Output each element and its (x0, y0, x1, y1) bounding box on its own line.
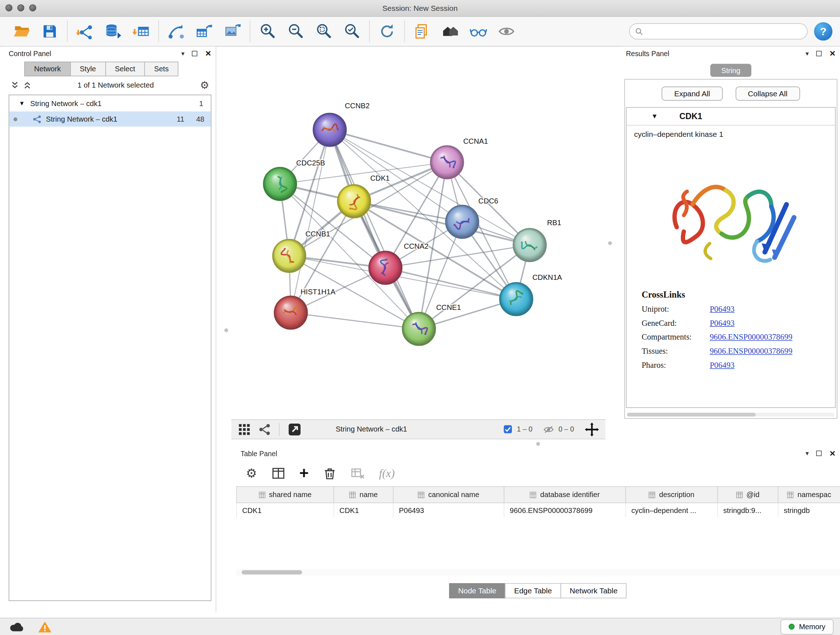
duplicate-page-button[interactable] (408, 19, 436, 43)
network-edge[interactable] (291, 130, 330, 313)
cloud-status-button[interactable] (6, 620, 27, 634)
collapse-all-button[interactable]: Collapse All (736, 87, 800, 101)
zoom-selected-button[interactable] (338, 19, 366, 43)
network-canvas[interactable]: CCNB2CCNA1CDC25BCDK1CDC6RB1CCNB1CCNA2CDK… (232, 48, 606, 419)
zoom-selected-icon (343, 22, 361, 41)
panel-close-icon[interactable]: ✕ (205, 49, 212, 58)
column-header-database-identifier[interactable]: database identifier (504, 486, 625, 503)
expand-all-icon[interactable] (11, 81, 19, 89)
panel-float-icon[interactable] (192, 51, 197, 56)
open-session-button[interactable] (8, 19, 36, 43)
network-row-selected[interactable]: String Network – cdk1 11 48 (9, 111, 210, 127)
crosslink-link-pharos-[interactable]: P06493 (710, 361, 735, 370)
tab-network[interactable]: Network (24, 62, 71, 76)
control-panel-tabs: NetworkStyleSelectSets (25, 62, 216, 76)
table-horizontal-scrollbar[interactable] (236, 569, 840, 576)
results-horizontal-scrollbar[interactable] (627, 413, 835, 416)
node-label-CCNB2: CCNB2 (345, 102, 369, 110)
tab-select[interactable]: Select (105, 62, 145, 76)
crosslink-link-tissues-[interactable]: 9606.ENSP00000378699 (710, 347, 793, 356)
network-options-gear-icon[interactable]: ⚙ (200, 79, 209, 91)
memory-button[interactable]: Memory (781, 619, 834, 634)
birds-eye-grid-icon[interactable] (238, 423, 251, 436)
show-hide-details-button[interactable] (493, 19, 521, 43)
home-button[interactable] (436, 19, 464, 43)
tab-node-table[interactable]: Node Table (449, 583, 505, 599)
network-table-icon (195, 22, 213, 41)
crosslink-row: Pharos:P06493 (642, 361, 835, 370)
column-header-shared-name[interactable]: shared name (237, 486, 334, 503)
expand-all-button[interactable]: Expand All (662, 87, 722, 101)
table-menu-caret-icon[interactable]: ▾ (806, 450, 809, 457)
add-column-icon[interactable]: + (299, 466, 309, 480)
show-graphics-details-button[interactable] (464, 19, 493, 43)
table-float-icon[interactable] (816, 451, 822, 456)
search-text-field[interactable] (646, 27, 802, 36)
houses-icon (441, 22, 459, 41)
crosslink-link-uniprot-[interactable]: P06493 (710, 304, 735, 314)
network-status-dot (13, 117, 17, 120)
tab-style[interactable]: Style (70, 62, 106, 76)
results-float-icon[interactable] (816, 51, 822, 56)
column-header-name[interactable]: name (334, 486, 393, 503)
zoom-out-button[interactable] (281, 19, 309, 43)
tab-network-table[interactable]: Network Table (561, 583, 627, 599)
panel-menu-caret-icon[interactable]: ▾ (181, 50, 185, 57)
table-row[interactable]: CDK1CDK1P064939606.ENSP00000378699cyclin… (237, 503, 840, 517)
export-image-button[interactable] (218, 19, 247, 43)
select-columns-icon[interactable] (271, 466, 286, 480)
results-menu-caret-icon[interactable]: ▾ (806, 50, 809, 57)
open-in-new-icon[interactable] (287, 422, 302, 437)
maximize-window-button[interactable] (29, 4, 36, 11)
bottom-splitter-handle[interactable] (536, 442, 540, 446)
right-splitter-handle[interactable] (608, 241, 612, 245)
warnings-button[interactable] (35, 620, 55, 634)
network-and-table-button[interactable] (190, 19, 218, 43)
node-label-CDK1: CDK1 (370, 174, 390, 182)
collapse-all-icon[interactable] (23, 81, 31, 89)
import-network-from-file-button[interactable] (71, 19, 99, 43)
network-collection-row[interactable]: ▼ String Network – cdk1 1 (9, 95, 210, 111)
left-splitter-handle[interactable] (224, 328, 228, 332)
tab-edge-table[interactable]: Edge Table (505, 583, 561, 599)
search-input[interactable] (629, 23, 807, 40)
zoom-in-icon (258, 22, 277, 41)
crosslink-label: Pharos: (642, 361, 710, 370)
network-edge[interactable] (385, 268, 516, 299)
close-window-button[interactable] (5, 4, 12, 11)
column-header-namespac[interactable]: namespac (778, 486, 840, 503)
selected-nodes-edges-count: 1 – 0 (517, 425, 532, 433)
tree-expander-icon[interactable]: ▼ (19, 100, 25, 106)
column-header-description[interactable]: description (626, 486, 718, 503)
import-network-from-database-button[interactable] (99, 19, 127, 43)
zoom-in-button[interactable] (254, 19, 282, 43)
network-edge[interactable] (291, 313, 419, 329)
delete-table-icon-disabled (351, 466, 365, 480)
pan-crosshair-icon[interactable] (585, 422, 599, 436)
minimize-window-button[interactable] (17, 4, 24, 11)
tab-sets[interactable]: Sets (144, 62, 178, 76)
network-overview-icon[interactable] (258, 423, 271, 436)
network-from-selection-button[interactable] (162, 19, 190, 43)
table-panel-title: Table Panel (240, 449, 278, 457)
node-count: 11 (177, 115, 185, 123)
crosslink-link-genecard-[interactable]: P06493 (710, 318, 735, 328)
eye-icon (497, 22, 516, 41)
node-label-CDKN1A: CDKN1A (532, 273, 562, 281)
crosslink-link-compartments-[interactable]: 9606.ENSP00000378699 (710, 333, 793, 342)
zoom-fit-button[interactable] (309, 19, 338, 43)
help-button[interactable]: ? (814, 22, 832, 41)
gene-collapse-icon[interactable]: ▼ (652, 112, 658, 120)
table-close-icon[interactable]: ✕ (829, 449, 836, 458)
delete-column-trash-icon[interactable] (323, 466, 337, 480)
current-network-name: String Network – cdk1 (336, 425, 407, 433)
import-table-from-file-button[interactable] (127, 19, 155, 43)
apply-layout-button[interactable] (373, 19, 401, 43)
results-close-icon[interactable]: ✕ (829, 49, 836, 58)
network-edge[interactable] (330, 130, 419, 329)
column-header--id[interactable]: @id (718, 486, 778, 503)
column-header-canonical-name[interactable]: canonical name (393, 486, 504, 503)
tab-string[interactable]: String (710, 64, 752, 77)
table-settings-gear-icon[interactable]: ⚙ (246, 466, 257, 480)
save-session-button[interactable] (36, 19, 64, 43)
